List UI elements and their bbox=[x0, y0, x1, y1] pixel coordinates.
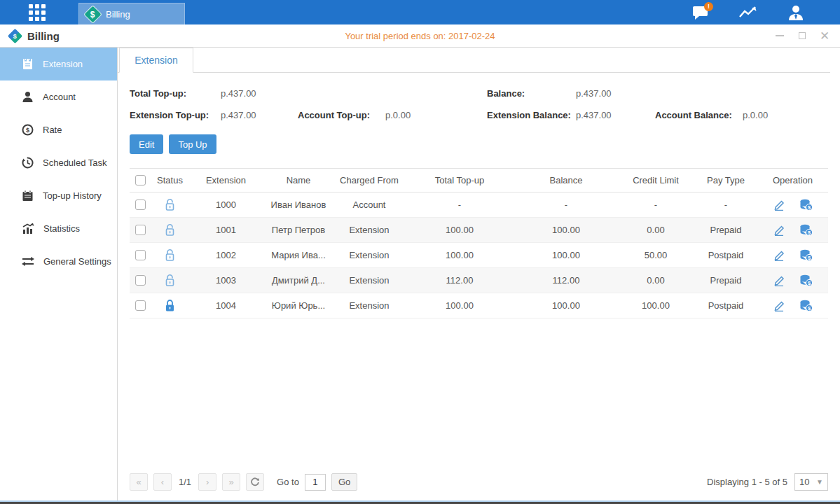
cell-credit-limit: - bbox=[617, 192, 694, 218]
topup-row-icon[interactable]: $ bbox=[799, 224, 813, 236]
calendar-icon bbox=[22, 190, 34, 202]
lock-closed-icon[interactable] bbox=[164, 299, 176, 312]
lock-open-icon[interactable] bbox=[164, 223, 176, 237]
cell-name: Мария Ива... bbox=[263, 243, 334, 268]
sidebar-item-label: Rate bbox=[43, 125, 62, 135]
sidebar-item-scheduled-task[interactable]: Scheduled Task bbox=[0, 146, 117, 179]
sidebar-item-label: Scheduled Task bbox=[43, 158, 107, 168]
cell-balance: 100.00 bbox=[515, 218, 617, 243]
person-icon bbox=[22, 91, 34, 103]
billing-app-window: $ Billing ! bbox=[0, 0, 840, 504]
cell-name: Дмитрий Д... bbox=[263, 268, 334, 293]
column-header-credit-limit[interactable]: Credit Limit bbox=[617, 169, 694, 192]
cell-name: Иван Иванов bbox=[263, 192, 334, 218]
ledger-icon bbox=[22, 58, 34, 70]
total-topup-value: p.437.00 bbox=[221, 88, 298, 99]
table-row[interactable]: 1000 Иван Иванов Account - - - - bbox=[130, 192, 828, 218]
cell-pay-type: Prepaid bbox=[694, 268, 757, 293]
sidebar-item-statistics[interactable]: Statistics bbox=[0, 212, 117, 245]
row-checkbox[interactable] bbox=[135, 250, 146, 260]
column-header-pay-type[interactable]: Pay Type bbox=[694, 169, 757, 192]
table-row[interactable]: 1002 Мария Ива... Extension 100.00 100.0… bbox=[130, 243, 828, 268]
sidebar-item-label: Statistics bbox=[43, 223, 80, 234]
topbar-billing-app-tab[interactable]: $ Billing bbox=[78, 3, 185, 24]
last-page-button[interactable]: » bbox=[222, 473, 240, 491]
topup-row-icon[interactable]: $ bbox=[799, 274, 813, 286]
column-header-balance[interactable]: Balance bbox=[515, 169, 617, 192]
sidebar-item-extension[interactable]: Extension bbox=[0, 48, 117, 80]
column-header-status[interactable]: Status bbox=[151, 169, 189, 192]
tab-extension[interactable]: Extension bbox=[119, 48, 193, 73]
messages-icon[interactable]: ! bbox=[690, 4, 711, 22]
cell-total-topup: 100.00 bbox=[404, 293, 515, 318]
app-launcher-grid-icon[interactable] bbox=[28, 4, 46, 22]
sidebar-item-label: Account bbox=[43, 92, 76, 102]
cell-credit-limit: 100.00 bbox=[617, 293, 694, 318]
sidebar-item-label: General Settings bbox=[43, 256, 111, 267]
cell-charged-from: Extension bbox=[334, 293, 404, 318]
sidebar-item-general-settings[interactable]: General Settings bbox=[0, 245, 117, 278]
page-size-select[interactable]: 10 ▼ bbox=[794, 473, 828, 491]
edit-button[interactable]: Edit bbox=[130, 134, 163, 154]
bar-chart-icon bbox=[22, 223, 34, 234]
table-row[interactable]: 1001 Петр Петров Extension 100.00 100.00… bbox=[130, 218, 828, 243]
topup-row-icon[interactable]: $ bbox=[799, 199, 813, 211]
billing-diamond-icon: $ bbox=[83, 5, 102, 24]
table-row[interactable]: 1004 Юрий Юрь... Extension 100.00 100.00… bbox=[130, 293, 828, 318]
row-checkbox[interactable] bbox=[135, 200, 146, 210]
cell-extension: 1003 bbox=[189, 268, 263, 293]
account-topup-value: p.0.00 bbox=[385, 110, 487, 120]
column-header-charged-from[interactable]: Charged From bbox=[334, 169, 404, 192]
row-checkbox[interactable] bbox=[135, 225, 146, 235]
account-balance-value: p.0.00 bbox=[743, 110, 828, 120]
edit-row-icon[interactable] bbox=[773, 300, 785, 312]
dollar-circle-icon: $ bbox=[22, 124, 34, 136]
goto-page-input[interactable] bbox=[305, 474, 326, 491]
total-topup-label: Total Top-up: bbox=[130, 88, 221, 99]
extension-topup-label: Extension Top-up: bbox=[130, 110, 221, 120]
table-row[interactable]: 1003 Дмитрий Д... Extension 112.00 112.0… bbox=[130, 268, 828, 293]
topup-row-icon[interactable]: $ bbox=[799, 300, 813, 312]
column-header-total-topup[interactable]: Total Top-up bbox=[404, 169, 515, 192]
close-icon[interactable]: ✕ bbox=[819, 30, 830, 41]
sidebar: Extension Account $ Rate bbox=[0, 48, 118, 500]
lock-open-icon[interactable] bbox=[164, 248, 176, 262]
topup-row-icon[interactable]: $ bbox=[799, 249, 813, 261]
cell-charged-from: Extension bbox=[334, 243, 404, 268]
statistics-line-icon[interactable] bbox=[738, 4, 759, 22]
edit-row-icon[interactable] bbox=[773, 275, 785, 286]
os-topbar: $ Billing ! bbox=[0, 0, 840, 24]
window-titlebar: $ Billing Your trial period ends on: 201… bbox=[0, 24, 840, 48]
sidebar-item-account[interactable]: Account bbox=[0, 80, 117, 113]
row-checkbox[interactable] bbox=[135, 275, 146, 286]
row-checkbox[interactable] bbox=[135, 300, 146, 311]
column-header-name[interactable]: Name bbox=[263, 169, 334, 192]
pagination-bar: « ‹ 1/1 › » Go to Go Displaying 1 - 5 of… bbox=[118, 473, 840, 500]
cell-extension: 1001 bbox=[189, 218, 263, 243]
page-size-value: 10 bbox=[799, 477, 809, 487]
next-page-button[interactable]: › bbox=[198, 473, 216, 491]
summary-panel: Total Top-up: p.437.00 Balance: p.437.00… bbox=[118, 73, 840, 126]
refresh-icon[interactable] bbox=[246, 473, 264, 491]
maximize-icon[interactable] bbox=[797, 30, 808, 41]
lock-open-icon[interactable] bbox=[164, 198, 176, 211]
edit-row-icon[interactable] bbox=[773, 225, 785, 236]
minimize-icon[interactable] bbox=[774, 30, 785, 41]
sidebar-item-topup-history[interactable]: Top-up History bbox=[0, 179, 117, 212]
go-button[interactable]: Go bbox=[331, 473, 357, 491]
lock-open-icon[interactable] bbox=[164, 274, 176, 287]
select-all-checkbox[interactable] bbox=[135, 175, 146, 186]
user-icon[interactable] bbox=[785, 4, 806, 22]
cell-pay-type: - bbox=[694, 192, 757, 218]
edit-row-icon[interactable] bbox=[773, 200, 785, 211]
cell-credit-limit: 50.00 bbox=[617, 243, 694, 268]
first-page-button[interactable]: « bbox=[130, 473, 148, 491]
column-header-operation[interactable]: Operation bbox=[757, 169, 828, 192]
prev-page-button[interactable]: ‹ bbox=[153, 473, 172, 491]
cell-name: Петр Петров bbox=[263, 218, 334, 243]
edit-row-icon[interactable] bbox=[773, 250, 785, 261]
cell-extension: 1002 bbox=[189, 243, 263, 268]
top-up-button[interactable]: Top Up bbox=[169, 134, 216, 154]
column-header-extension[interactable]: Extension bbox=[189, 169, 263, 192]
sidebar-item-rate[interactable]: $ Rate bbox=[0, 113, 117, 146]
